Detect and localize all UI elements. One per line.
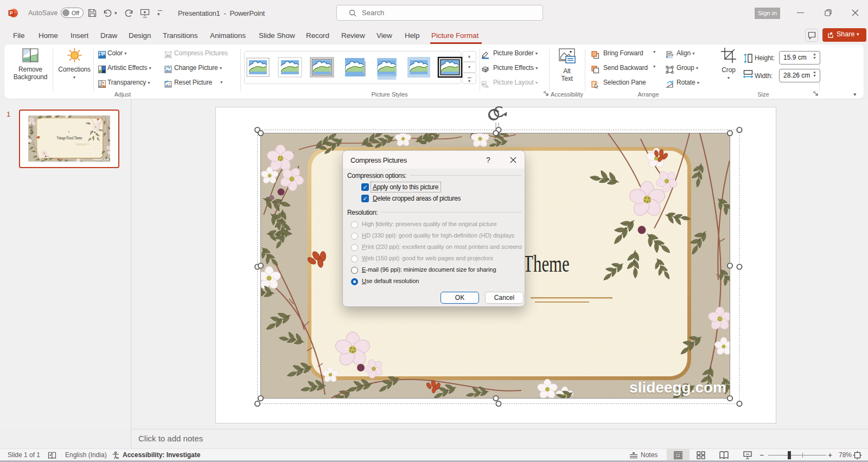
svg-text:P: P	[10, 10, 13, 16]
